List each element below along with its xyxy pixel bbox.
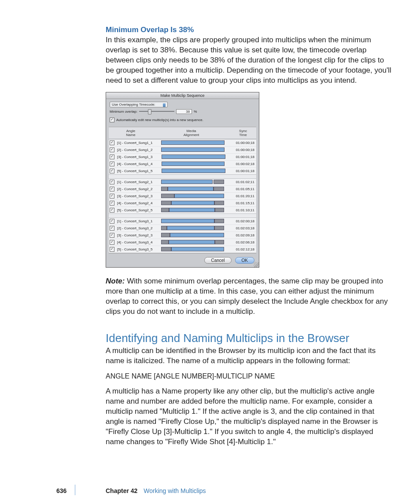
sync-mode-combo[interactable]: Use Overlapping Timecode: xyxy=(110,102,168,107)
bar-segment xyxy=(161,194,174,198)
include-angle-checkbox[interactable]: ✓ xyxy=(110,140,114,145)
section-heading: Identifying and Naming Multiclips in the… xyxy=(106,331,394,345)
include-angle-checkbox[interactable]: ✓ xyxy=(110,194,114,199)
include-angle-checkbox[interactable]: ✓ xyxy=(110,147,114,152)
table-row: ✓[2] - Concert_Song2_201:01:05;11 xyxy=(109,186,256,193)
include-angle-checkbox[interactable]: ✓ xyxy=(110,169,114,173)
bar-segment xyxy=(161,180,213,184)
auto-edit-checkbox[interactable]: ✓ xyxy=(110,118,114,122)
paragraph: A multiclip has a Name property like any… xyxy=(106,386,394,447)
ok-button[interactable]: OK xyxy=(235,257,254,264)
bar-segment xyxy=(161,140,225,145)
media-alignment-bar xyxy=(156,247,230,251)
bar-segment xyxy=(170,233,224,237)
media-alignment-bar xyxy=(156,140,230,145)
angle-name: [1] - Concert_Song3_1 xyxy=(117,219,156,223)
bar-segment xyxy=(214,219,224,223)
include-angle-checkbox[interactable]: ✓ xyxy=(110,247,114,252)
bar-segment xyxy=(162,155,225,159)
overlap-unit: % xyxy=(194,110,197,114)
angle-name: [1] - Concert_Song2_1 xyxy=(117,180,156,184)
angle-name: [3] - Concert_Song1_3 xyxy=(117,155,156,159)
sync-time: 01:00:01;18 xyxy=(230,155,255,159)
media-alignment-bar xyxy=(156,147,230,152)
bar-segment xyxy=(162,169,225,173)
cancel-button[interactable]: Cancel xyxy=(204,257,231,264)
bar-segment xyxy=(214,180,224,184)
dialog-title: Make Multiclip Sequence xyxy=(106,92,259,99)
format-line: ANGLE NAME [ANGLE NUMBER]-MULTICLIP NAME xyxy=(106,372,394,380)
bar-segment xyxy=(161,219,214,223)
angle-name: [4] - Concert_Song2_4 xyxy=(117,201,156,205)
page-number: 636 xyxy=(56,487,66,494)
col-media: MediaAlignment xyxy=(152,129,231,137)
footer-rule xyxy=(75,485,75,495)
table-row: ✓[1] - Concert_Song3_101:02:00;18 xyxy=(109,218,256,225)
clip-group: ✓[1] - Concert_Song2_101:01:02;11✓[2] - … xyxy=(109,178,256,214)
col-sync: SyncTime xyxy=(231,129,255,137)
sync-time: 01:02:03;18 xyxy=(230,226,255,230)
include-angle-checkbox[interactable]: ✓ xyxy=(110,155,114,159)
include-angle-checkbox[interactable]: ✓ xyxy=(110,187,114,191)
paragraph: A multiclip can be identified in the Bro… xyxy=(106,346,394,366)
bar-segment xyxy=(161,208,169,212)
bar-segment xyxy=(215,208,224,212)
bar-segment xyxy=(171,247,224,251)
include-angle-checkbox[interactable]: ✓ xyxy=(110,233,114,238)
media-alignment-bar xyxy=(156,219,230,223)
table-row: ✓[1] - Concert_Song2_101:01:02;11 xyxy=(109,179,256,186)
table-row: ✓[1] - Concert_Song1_101:00:00;18 xyxy=(109,140,256,147)
slider-knob[interactable] xyxy=(148,109,151,114)
angle-name: [2] - Concert_Song1_2 xyxy=(117,148,156,152)
overlap-label: Minimum overlap: xyxy=(110,110,137,114)
clip-group: ✓[1] - Concert_Song1_101:00:00;18✓[2] - … xyxy=(109,139,256,175)
include-angle-checkbox[interactable]: ✓ xyxy=(110,201,114,206)
sync-time: 01:01:05;11 xyxy=(230,187,255,191)
bar-segment xyxy=(161,247,172,251)
table-row: ✓[5] - Concert_Song2_501:01:10;11 xyxy=(109,207,256,213)
include-angle-checkbox[interactable]: ✓ xyxy=(110,180,114,184)
angle-name: [2] - Concert_Song3_2 xyxy=(117,226,156,230)
chapter-ref: Chapter 42 Working with Multiclips xyxy=(106,487,206,494)
angle-name: [4] - Concert_Song1_4 xyxy=(117,162,156,166)
table-row: ✓[5] - Concert_Song1_501:00:01;18 xyxy=(109,168,256,174)
media-alignment-bar xyxy=(156,208,230,212)
bar-segment xyxy=(214,187,224,191)
table-row: ✓[2] - Concert_Song3_201:02:03;18 xyxy=(109,225,256,232)
media-alignment-bar xyxy=(156,180,230,184)
include-angle-checkbox[interactable]: ✓ xyxy=(110,226,114,231)
note-text: With some minimum overlap percentages, t… xyxy=(106,277,388,316)
bar-segment xyxy=(171,201,214,205)
angle-name: [5] - Concert_Song3_5 xyxy=(117,247,156,251)
sync-time: 01:02:00;18 xyxy=(230,219,255,223)
angle-name: [5] - Concert_Song2_5 xyxy=(117,208,156,212)
sync-time: 01:00:02;18 xyxy=(230,162,255,166)
table-row: ✓[3] - Concert_Song2_301:02:09;18 xyxy=(109,232,256,239)
media-alignment-bar xyxy=(156,155,230,159)
include-angle-checkbox[interactable]: ✓ xyxy=(110,219,114,224)
sync-time: 01:01:10;11 xyxy=(230,208,255,212)
bar-segment xyxy=(167,226,214,230)
sync-time: 01:00:00;18 xyxy=(230,141,255,145)
include-angle-checkbox[interactable]: ✓ xyxy=(110,240,114,245)
bar-segment xyxy=(169,208,215,212)
overlap-value-field[interactable]: 38 xyxy=(176,109,192,114)
angle-name: [3] - Concert_Song2_3 xyxy=(117,233,156,237)
clips-table: AngleName MediaAlignment SyncTime ✓[1] -… xyxy=(109,127,256,254)
overlap-slider[interactable] xyxy=(139,110,174,113)
include-angle-checkbox[interactable]: ✓ xyxy=(110,162,114,166)
note-label: Note: xyxy=(106,277,125,285)
bar-segment xyxy=(168,187,214,191)
table-row: ✓[4] - Concert_Song3_401:02:06;18 xyxy=(109,239,256,246)
media-alignment-bar xyxy=(156,162,230,166)
clip-group: ✓[1] - Concert_Song3_101:02:00;18✓[2] - … xyxy=(109,217,256,253)
col-angle: AngleName xyxy=(110,129,152,137)
table-row: ✓[3] - Concert_Song1_301:00:01;18 xyxy=(109,154,256,161)
chapter-number: Chapter 42 xyxy=(106,487,137,494)
angle-name: [5] - Concert_Song1_5 xyxy=(117,169,156,173)
media-alignment-bar xyxy=(156,201,230,205)
resize-handle-icon[interactable] xyxy=(254,262,259,267)
table-row: ✓[4] - Concert_Song1_401:00:02;18 xyxy=(109,161,256,168)
include-angle-checkbox[interactable]: ✓ xyxy=(110,208,114,213)
media-alignment-bar xyxy=(156,233,230,237)
